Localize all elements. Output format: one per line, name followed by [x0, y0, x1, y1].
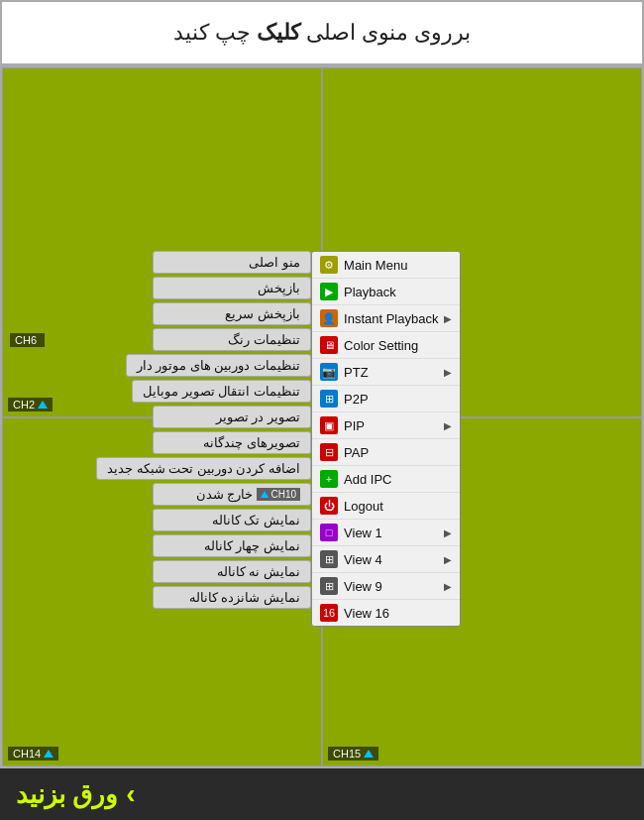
- menu-item-pap-fa[interactable]: تصویرهای چندگانه: [153, 431, 311, 454]
- add-ipc-icon: +: [320, 470, 338, 488]
- menu-item-ptz-en[interactable]: 📷 PTZ ▶: [312, 359, 460, 386]
- header-text-bold: کلیک: [257, 20, 300, 45]
- ch10-badge: CH10: [257, 488, 300, 501]
- menu-right: ⚙ Main Menu ▶ Playback 👤 Instant Playbac…: [311, 251, 461, 627]
- view4-icon: ⊞: [320, 550, 338, 568]
- pip-en-label: PIP: [344, 418, 438, 433]
- view1-en-label: View 1: [344, 526, 438, 540]
- menu-item-add-ipc-fa[interactable]: اضافه کردن دوربین تحت شبکه جدید: [96, 457, 311, 480]
- ch2-label: CH2: [8, 398, 53, 411]
- ch14-label: CH14: [8, 747, 58, 761]
- menu-item-instant-playback-fa[interactable]: بازپخش سریع: [153, 302, 311, 325]
- view4-en-label: View 4: [344, 552, 438, 567]
- menu-item-view4-fa[interactable]: نمایش چهار کاناله: [153, 534, 311, 557]
- view16-icon: 16: [320, 604, 338, 622]
- menu-item-instant-playback-en[interactable]: 👤 Instant Playback ▶: [312, 305, 460, 332]
- view1-icon: □: [320, 524, 338, 541]
- menu-item-view1-fa[interactable]: نمایش تک کاناله: [153, 509, 311, 531]
- view9-arrow-icon: ▶: [444, 581, 452, 592]
- menu-item-pap-en[interactable]: ⊟ PAP: [312, 439, 460, 466]
- menu-item-view9-en[interactable]: ⊞ View 9 ▶: [312, 573, 460, 600]
- gear-icon: ⚙: [320, 256, 338, 274]
- ch15-mic-icon: [364, 750, 374, 758]
- instant-playback-en-label: Instant Playback: [344, 311, 438, 326]
- camera-grid: CH2 CH3 CH14 CH15 CH6: [0, 65, 644, 768]
- menu-item-color-setting-en[interactable]: 🖥 Color Setting: [312, 332, 460, 359]
- ch6-label: CH6: [10, 333, 45, 347]
- menu-item-view16-en[interactable]: 16 View 16: [312, 600, 460, 626]
- instant-icon: 👤: [320, 309, 338, 327]
- bottom-bar: › ورق بزنید: [0, 768, 644, 820]
- bottom-arrow-icon: ›: [126, 778, 135, 810]
- menu-item-playback-fa[interactable]: بازپخش: [153, 277, 311, 299]
- menu-item-p2p-fa[interactable]: تنظیمات انتقال تصویر موبایل: [132, 380, 311, 403]
- main-menu-en-label: Main Menu: [344, 258, 452, 273]
- header-text-after: چپ کنید: [173, 20, 257, 45]
- menu-item-view1-en[interactable]: □ View 1 ▶: [312, 520, 460, 546]
- pip-arrow-icon: ▶: [444, 420, 452, 431]
- menu-item-pip-fa[interactable]: تصویر در تصویر: [153, 406, 311, 428]
- menu-item-logout-fa[interactable]: CH10 خارج شدن: [153, 483, 311, 506]
- ch10-mic-icon: [261, 491, 268, 498]
- view4-arrow-icon: ▶: [444, 554, 452, 565]
- arrow-icon: ▶: [444, 313, 452, 324]
- app: برروی منوی اصلی کلیک چپ کنید CH2 CH3 CH1…: [0, 0, 644, 820]
- ch15-label: CH15: [328, 747, 378, 761]
- pip-icon: ▣: [320, 416, 338, 434]
- menu-item-playback-en[interactable]: ▶ Playback: [312, 279, 460, 305]
- header-text-normal: برروی منوی اصلی: [300, 20, 471, 45]
- view16-en-label: View 16: [344, 606, 452, 621]
- ptz-arrow-icon: ▶: [444, 367, 452, 378]
- menu-item-main-menu-en[interactable]: ⚙ Main Menu: [312, 252, 460, 279]
- header: برروی منوی اصلی کلیک چپ کنید: [0, 0, 644, 65]
- color-setting-en-label: Color Setting: [344, 338, 452, 353]
- p2p-en-label: P2P: [344, 392, 452, 407]
- menu-item-color-setting-fa[interactable]: تنظیمات رنگ: [153, 328, 311, 351]
- ptz-en-label: PTZ: [344, 365, 438, 380]
- logout-icon: ⏻: [320, 497, 338, 515]
- play-icon: ▶: [320, 283, 338, 300]
- ptz-icon: 📷: [320, 363, 338, 381]
- menu-item-main-menu-fa[interactable]: منو اصلی: [153, 251, 311, 274]
- ch2-mic-icon: [38, 401, 48, 409]
- menu-item-view16-fa[interactable]: نمایش شانزده کاناله: [153, 586, 311, 609]
- pap-icon: ⊟: [320, 443, 338, 461]
- menu-item-p2p-en[interactable]: ⊞ P2P: [312, 386, 460, 412]
- menu-item-view9-fa[interactable]: نمایش نه کاناله: [153, 560, 311, 583]
- p2p-icon: ⊞: [320, 390, 338, 408]
- color-icon: 🖥: [320, 336, 338, 354]
- menu-item-view4-en[interactable]: ⊞ View 4 ▶: [312, 546, 460, 573]
- ch14-mic-icon: [44, 750, 54, 758]
- pap-en-label: PAP: [344, 445, 452, 460]
- playback-en-label: Playback: [344, 285, 452, 299]
- menu-item-pip-en[interactable]: ▣ PIP ▶: [312, 412, 460, 439]
- logout-en-label: Logout: [344, 499, 452, 514]
- bottom-bar-text: ورق بزنید: [16, 779, 118, 810]
- view9-en-label: View 9: [344, 579, 438, 594]
- menu-item-add-ipc-en[interactable]: + Add IPC: [312, 466, 460, 493]
- context-menu: منو اصلی بازپخش بازپخش سریع تنظیمات رنگ …: [96, 251, 461, 627]
- menu-item-ptz-fa[interactable]: تنظیمات دوربین های موتور دار: [126, 354, 311, 377]
- view1-arrow-icon: ▶: [444, 527, 452, 538]
- menu-item-logout-en[interactable]: ⏻ Logout: [312, 493, 460, 520]
- add-ipc-en-label: Add IPC: [344, 472, 452, 487]
- menu-left: منو اصلی بازپخش بازپخش سریع تنظیمات رنگ …: [96, 251, 311, 609]
- view9-icon: ⊞: [320, 577, 338, 595]
